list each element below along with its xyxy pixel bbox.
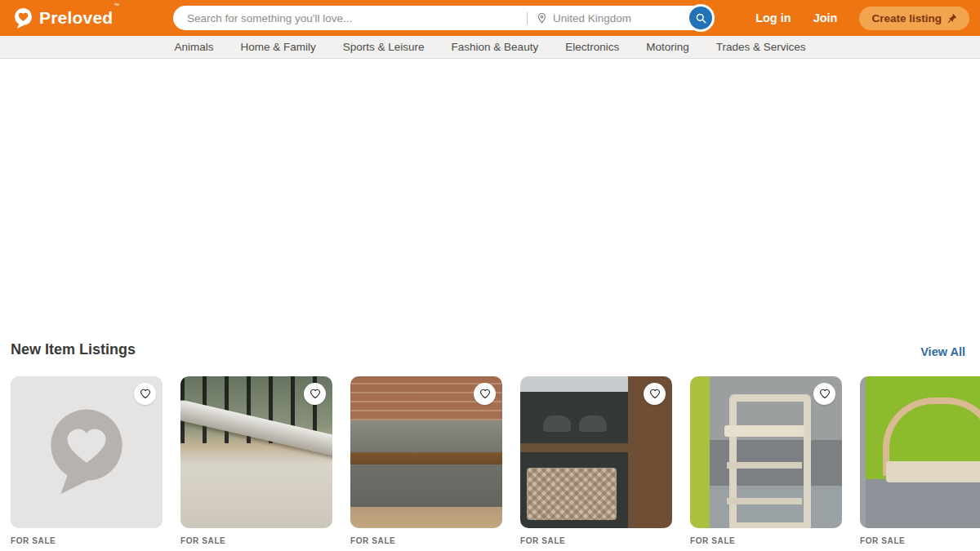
favorite-button[interactable] xyxy=(813,383,835,405)
listing-card[interactable]: FOR SALE Dusk willow shoe storage bench xyxy=(520,376,672,551)
heart-icon xyxy=(649,389,661,399)
search-bar xyxy=(173,6,714,30)
location-input[interactable] xyxy=(553,12,684,24)
location-pin-icon xyxy=(537,12,547,24)
listing-image-barstool[interactable] xyxy=(690,376,842,528)
create-listing-label: Create listing xyxy=(871,12,942,24)
site-header: Preloved™ Log in Join xyxy=(0,0,980,36)
for-sale-badge: FOR SALE xyxy=(860,536,980,545)
listing-card[interactable]: FOR SALE Tube Carrier for Roof Rack xyxy=(11,376,163,551)
pushpin-icon xyxy=(947,13,957,24)
view-all-link[interactable]: View All xyxy=(920,345,965,358)
listing-image-dining-chair[interactable] xyxy=(860,376,980,528)
nav-item-trades-services[interactable]: Trades & Services xyxy=(716,41,806,53)
section-title: New Item Listings xyxy=(11,341,136,358)
join-link[interactable]: Join xyxy=(813,11,838,24)
favorite-button[interactable] xyxy=(474,383,496,405)
favorite-button[interactable] xyxy=(134,383,156,405)
for-sale-badge: FOR SALE xyxy=(180,536,332,545)
preloved-placeholder-mark-icon xyxy=(41,404,132,500)
search-icon xyxy=(695,12,707,24)
for-sale-badge: FOR SALE xyxy=(690,536,842,545)
category-nav: Animals Home & Family Sports & Leisure F… xyxy=(0,36,980,59)
listing-card[interactable]: FOR SALE Myford ML7 Lathe near Derby xyxy=(350,376,502,551)
brand-trademark: ™ xyxy=(114,2,119,8)
listing-image-lathe[interactable] xyxy=(350,376,502,528)
nav-item-home-family[interactable]: Home & Family xyxy=(241,41,316,53)
login-link[interactable]: Log in xyxy=(755,11,791,24)
heart-icon xyxy=(140,389,151,399)
preloved-bubble-heart-icon xyxy=(13,7,33,29)
location-field[interactable] xyxy=(528,12,714,24)
nav-item-sports-leisure[interactable]: Sports & Leisure xyxy=(343,41,425,53)
listing-card[interactable]: FOR SALE Tube Carrier for Roof Rack xyxy=(180,376,332,551)
for-sale-badge: FOR SALE xyxy=(350,536,502,545)
nav-item-electronics[interactable]: Electronics xyxy=(565,41,619,53)
for-sale-badge: FOR SALE xyxy=(520,536,672,545)
nav-item-motoring[interactable]: Motoring xyxy=(646,41,689,53)
listing-card[interactable]: FOR SALE Dusk jade dining chairs xyxy=(860,376,980,551)
create-listing-button[interactable]: Create listing xyxy=(859,7,969,30)
for-sale-badge: FOR SALE xyxy=(11,536,163,545)
listing-card-row: FOR SALE Tube Carrier for Roof Rack FOR … xyxy=(11,376,980,551)
search-input[interactable] xyxy=(173,6,527,30)
favorite-button[interactable] xyxy=(644,383,666,405)
preloved-logo[interactable]: Preloved™ xyxy=(13,0,119,36)
heart-icon xyxy=(819,389,831,399)
listing-image-tube-carrier[interactable] xyxy=(180,376,332,528)
nav-item-animals[interactable]: Animals xyxy=(174,41,213,53)
header-auth-area: Log in Join Create listing xyxy=(755,0,969,36)
search-submit-button[interactable] xyxy=(687,4,715,32)
brand-name: Preloved xyxy=(39,8,113,27)
new-item-listings-header: New Item Listings View All xyxy=(11,341,965,358)
listing-image-shoe-storage[interactable] xyxy=(520,376,672,528)
favorite-button[interactable] xyxy=(304,383,326,405)
heart-icon xyxy=(310,389,321,399)
listing-image-placeholder[interactable] xyxy=(11,376,163,528)
nav-item-fashion-beauty[interactable]: Fashion & Beauty xyxy=(452,41,539,53)
heart-icon xyxy=(479,389,491,399)
listing-card[interactable]: FOR SALE Dusk jade barstools light xyxy=(690,376,842,551)
